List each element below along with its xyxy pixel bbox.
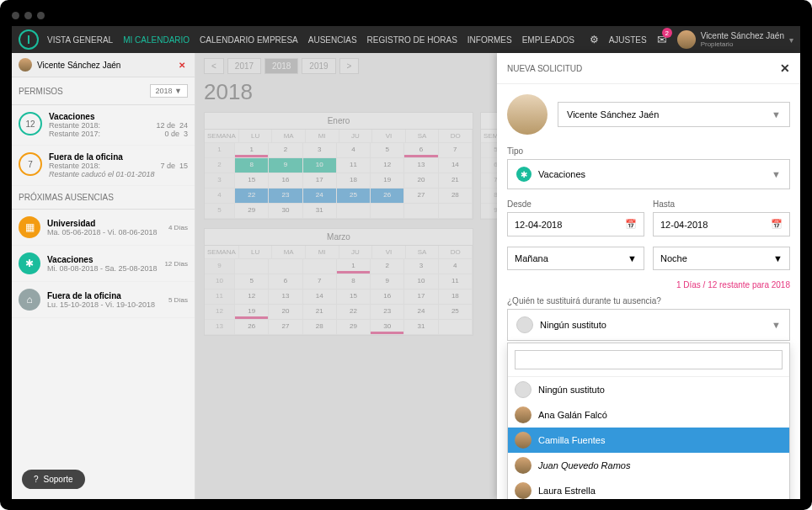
absence-item[interactable]: ▦ Universidad Ma. 05-06-2018 - Vi. 08-06…	[12, 210, 195, 246]
employee-name: Vicente Sánchez Jaén	[37, 61, 120, 70]
notif-badge: 2	[662, 28, 672, 38]
substitute-select[interactable]: Ningún sustituto ▼	[507, 309, 790, 341]
substitute-search-input[interactable]	[515, 350, 783, 369]
nav-registro[interactable]: REGISTRO DE HORAS	[367, 35, 457, 45]
days-notice: 1 Días / 12 restante para 2018	[507, 280, 790, 290]
user-role: Propietario	[701, 40, 784, 48]
from-date-input[interactable]: 12-04-2018📅	[507, 212, 644, 236]
vacation-icon: ✱	[516, 167, 532, 182]
new-request-modal: NUEVA SOLICITUD ✕ Vicente Sánchez Jaén▼ …	[497, 53, 800, 499]
gear-icon[interactable]: ⚙	[590, 34, 599, 45]
employee-select[interactable]: Vicente Sánchez Jaén▼	[558, 102, 790, 127]
substitute-option[interactable]: Laura Estrella	[508, 478, 789, 499]
option-avatar	[515, 381, 532, 398]
support-button[interactable]: ? Soporte	[22, 470, 85, 489]
empty-avatar-icon	[516, 316, 533, 333]
to-label: Hasta	[653, 199, 790, 209]
help-icon: ?	[34, 475, 39, 484]
mail-icon[interactable]: ✉2	[657, 33, 667, 46]
close-modal-icon[interactable]: ✕	[780, 61, 790, 75]
settings-link[interactable]: AJUSTES	[609, 35, 647, 45]
nav-vista[interactable]: VISTA GENERAL	[47, 35, 113, 45]
main-nav: VISTA GENERAL MI CALENDARIO CALENDARIO E…	[47, 35, 574, 45]
to-time-select[interactable]: Noche▼	[653, 247, 790, 270]
nav-ausencias[interactable]: AUSENCIAS	[308, 35, 357, 45]
substitute-option[interactable]: Ningún sustituto	[508, 377, 789, 402]
home-icon: ⌂	[19, 289, 40, 311]
from-label: Desde	[507, 199, 644, 209]
user-menu[interactable]: Vicente Sánchez Jaén Propietario ▾	[677, 30, 793, 49]
substitute-option[interactable]: Juan Quevedo Ramos	[508, 453, 789, 478]
from-time-select[interactable]: Mañana▼	[507, 247, 644, 270]
substitute-label: ¿Quién te sustituirá durante tu ausencia…	[507, 296, 790, 305]
substitute-dropdown-list: Ningún sustitutoAna Galán FalcóCamilla F…	[507, 343, 790, 499]
type-select[interactable]: ✱Vacaciones ▼	[507, 159, 790, 189]
permit-item: 12 Vacaciones Restante 2018:12 de 24 Res…	[12, 105, 195, 146]
absence-item[interactable]: ✱ Vacaciones Mi. 08-08-2018 - Sa. 25-08-…	[12, 246, 195, 282]
palm-icon: ✱	[19, 252, 40, 274]
calendar-icon: 📅	[625, 219, 637, 230]
proximas-heading: PRÓXIMAS AUSENCIAS	[19, 193, 114, 202]
option-avatar	[515, 457, 532, 474]
option-avatar	[515, 406, 532, 423]
nav-cal-empresa[interactable]: CALENDARIO EMPRESA	[200, 35, 298, 45]
calendar-icon: 📅	[771, 219, 783, 230]
user-avatar	[677, 30, 696, 49]
nav-empleados[interactable]: EMPLEADOS	[522, 35, 574, 45]
calendar-icon: ▦	[19, 216, 40, 238]
permisos-heading: PERMISOS	[19, 87, 63, 96]
option-avatar	[515, 432, 532, 449]
permit-item: 7 Fuera de la oficina Restante 2018:7 de…	[12, 146, 195, 186]
permit-name: Fuera de la oficina	[49, 152, 188, 162]
type-label: Tipo	[507, 146, 790, 156]
top-navbar: VISTA GENERAL MI CALENDARIO CALENDARIO E…	[12, 26, 800, 53]
nav-calendario[interactable]: MI CALENDARIO	[123, 35, 190, 45]
option-avatar	[515, 482, 532, 499]
clear-employee-icon[interactable]: ✕	[176, 59, 188, 71]
substitute-option[interactable]: Camilla Fuentes	[508, 428, 789, 453]
employee-avatar-large	[507, 94, 548, 135]
to-date-input[interactable]: 12-04-2018📅	[653, 212, 790, 236]
substitute-option[interactable]: Ana Galán Falcó	[508, 402, 789, 428]
permit-name: Vacaciones	[49, 112, 188, 121]
employee-chip: Vicente Sánchez Jaén ✕	[12, 53, 195, 77]
year-select[interactable]: 2018 ▼	[150, 84, 188, 98]
permit-ring: 12	[19, 112, 42, 135]
nav-informes[interactable]: INFORMES	[467, 35, 512, 45]
employee-avatar	[19, 58, 32, 72]
modal-title: NUEVA SOLICITUD	[507, 64, 582, 73]
logo-icon[interactable]	[19, 29, 39, 50]
sidebar: Vicente Sánchez Jaén ✕ PERMISOS 2018 ▼ 1…	[12, 53, 195, 499]
permit-ring: 7	[19, 152, 42, 176]
user-name: Vicente Sánchez Jaén	[701, 31, 784, 40]
absence-item[interactable]: ⌂ Fuera de la oficina Lu. 15-10-2018 - V…	[12, 282, 195, 318]
